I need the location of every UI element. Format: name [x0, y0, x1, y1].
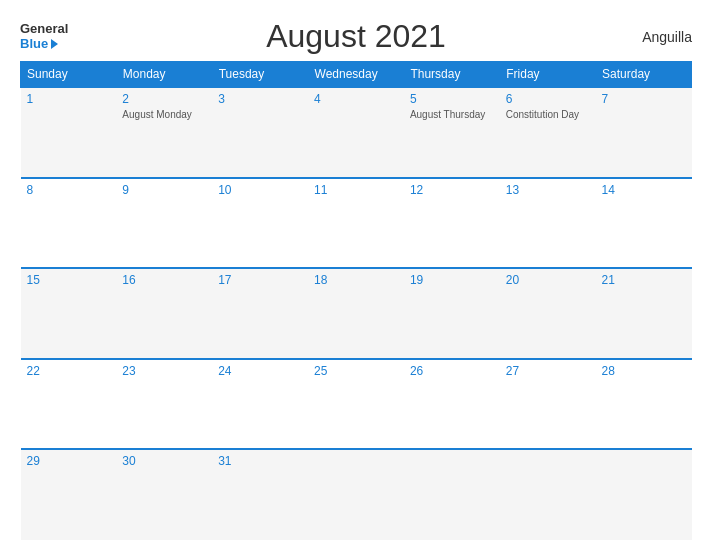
logo-general-text: General [20, 22, 68, 36]
weekday-wednesday: Wednesday [308, 62, 404, 88]
calendar-day: 19 [404, 268, 500, 359]
calendar-day: 18 [308, 268, 404, 359]
day-number: 27 [506, 364, 590, 378]
calendar-day: 29 [21, 449, 117, 540]
day-number: 2 [122, 92, 206, 106]
calendar-day: 20 [500, 268, 596, 359]
day-number: 30 [122, 454, 206, 468]
calendar-day [308, 449, 404, 540]
logo: General Blue [20, 22, 110, 51]
calendar-day: 4 [308, 87, 404, 178]
calendar-day: 8 [21, 178, 117, 269]
day-number: 10 [218, 183, 302, 197]
calendar-day: 10 [212, 178, 308, 269]
day-number: 4 [314, 92, 398, 106]
day-number: 23 [122, 364, 206, 378]
calendar-day: 12 [404, 178, 500, 269]
weekday-tuesday: Tuesday [212, 62, 308, 88]
day-event: August Monday [122, 108, 206, 121]
calendar-day: 13 [500, 178, 596, 269]
calendar-day: 5August Thursday [404, 87, 500, 178]
day-number: 9 [122, 183, 206, 197]
weekday-saturday: Saturday [596, 62, 692, 88]
day-number: 24 [218, 364, 302, 378]
calendar-day: 21 [596, 268, 692, 359]
day-number: 1 [27, 92, 111, 106]
calendar-day: 31 [212, 449, 308, 540]
calendar-day: 23 [116, 359, 212, 450]
day-number: 11 [314, 183, 398, 197]
calendar-body: 12August Monday345August Thursday6Consti… [21, 87, 692, 540]
weekday-friday: Friday [500, 62, 596, 88]
calendar-day: 14 [596, 178, 692, 269]
calendar-title: August 2021 [110, 18, 602, 55]
calendar-day: 17 [212, 268, 308, 359]
day-number: 14 [602, 183, 686, 197]
day-number: 22 [27, 364, 111, 378]
day-number: 13 [506, 183, 590, 197]
calendar-page: General Blue August 2021 Anguilla Sunday… [0, 0, 712, 550]
calendar-week-2: 891011121314 [21, 178, 692, 269]
day-number: 29 [27, 454, 111, 468]
calendar-day: 24 [212, 359, 308, 450]
day-number: 19 [410, 273, 494, 287]
logo-blue-row: Blue [20, 36, 58, 51]
calendar-day: 30 [116, 449, 212, 540]
calendar-week-1: 12August Monday345August Thursday6Consti… [21, 87, 692, 178]
calendar-day: 15 [21, 268, 117, 359]
weekday-sunday: Sunday [21, 62, 117, 88]
day-event: Constitution Day [506, 108, 590, 121]
calendar-day: 28 [596, 359, 692, 450]
day-number: 7 [602, 92, 686, 106]
day-number: 18 [314, 273, 398, 287]
day-number: 20 [506, 273, 590, 287]
calendar-header-row: Sunday Monday Tuesday Wednesday Thursday… [21, 62, 692, 88]
day-number: 8 [27, 183, 111, 197]
calendar-day: 22 [21, 359, 117, 450]
calendar-week-5: 293031 [21, 449, 692, 540]
calendar-day [596, 449, 692, 540]
day-number: 17 [218, 273, 302, 287]
calendar-day: 26 [404, 359, 500, 450]
day-number: 6 [506, 92, 590, 106]
day-number: 21 [602, 273, 686, 287]
day-number: 31 [218, 454, 302, 468]
calendar-day: 25 [308, 359, 404, 450]
weekday-monday: Monday [116, 62, 212, 88]
country-name: Anguilla [602, 29, 692, 45]
calendar-header: General Blue August 2021 Anguilla [20, 18, 692, 55]
logo-blue-text: Blue [20, 36, 48, 51]
calendar-day: 11 [308, 178, 404, 269]
day-number: 26 [410, 364, 494, 378]
day-number: 28 [602, 364, 686, 378]
calendar-day: 16 [116, 268, 212, 359]
day-number: 16 [122, 273, 206, 287]
calendar-table: Sunday Monday Tuesday Wednesday Thursday… [20, 61, 692, 540]
calendar-week-3: 15161718192021 [21, 268, 692, 359]
calendar-day [500, 449, 596, 540]
day-event: August Thursday [410, 108, 494, 121]
day-number: 25 [314, 364, 398, 378]
calendar-day: 6Constitution Day [500, 87, 596, 178]
weekday-thursday: Thursday [404, 62, 500, 88]
calendar-day: 3 [212, 87, 308, 178]
calendar-week-4: 22232425262728 [21, 359, 692, 450]
calendar-day: 7 [596, 87, 692, 178]
day-number: 15 [27, 273, 111, 287]
day-number: 5 [410, 92, 494, 106]
logo-triangle-icon [51, 39, 58, 49]
calendar-day: 2August Monday [116, 87, 212, 178]
calendar-day: 9 [116, 178, 212, 269]
calendar-day: 27 [500, 359, 596, 450]
day-number: 3 [218, 92, 302, 106]
day-number: 12 [410, 183, 494, 197]
calendar-day: 1 [21, 87, 117, 178]
calendar-day [404, 449, 500, 540]
